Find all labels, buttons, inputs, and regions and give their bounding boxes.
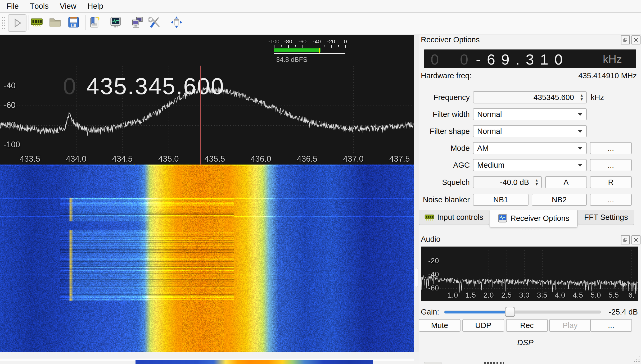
frequency-spinbox-value: 435345.600 xyxy=(473,93,577,102)
float-dock-button[interactable] xyxy=(621,35,630,44)
audio-spectrum-plot[interactable] xyxy=(421,247,638,301)
rec-button[interactable]: Rec xyxy=(506,319,548,332)
squelch-auto-button[interactable]: A xyxy=(545,176,587,188)
gain-slider-fill xyxy=(444,311,510,313)
squelch-reset-button[interactable]: R xyxy=(590,176,632,188)
close-icon xyxy=(633,37,639,43)
tab-fft-settings[interactable]: FFT Settings xyxy=(578,210,634,225)
meter-tick-label: -80 xyxy=(284,38,292,45)
udp-button[interactable]: UDP xyxy=(462,319,504,332)
spectrum-window-monitor-icon[interactable] xyxy=(109,16,122,29)
frequency-spinbox[interactable]: 435345.600 ▲▼ xyxy=(473,91,587,103)
tab-input-controls[interactable]: Input controls xyxy=(419,210,489,225)
right-dock-panel: Receiver Options 0 0 -69.310 kHz Hardwar… xyxy=(419,35,641,364)
float-dock-button[interactable] xyxy=(621,235,630,244)
chip-icon xyxy=(425,214,434,221)
chevron-down-icon xyxy=(578,130,583,133)
mute-button[interactable]: Mute xyxy=(419,319,461,332)
chevron-down-icon xyxy=(578,113,583,116)
dsp-label: DSP xyxy=(419,338,632,347)
toolbar-separator xyxy=(167,15,167,30)
chevron-down-icon xyxy=(578,147,583,150)
agc-options-button[interactable]: ... xyxy=(590,159,632,171)
squelch-label: Squelch xyxy=(419,178,470,187)
filter-shape-value: Normal xyxy=(477,127,502,136)
frequency-label: Frequency xyxy=(419,93,470,102)
meter-tick-label: 0 xyxy=(344,38,347,45)
plotter-area: 0 435.345.600 -100-80-60-40-200 -34.8 dB… xyxy=(0,35,414,352)
waterfall-display[interactable] xyxy=(0,165,414,352)
frequency-readout-dim-digit: 0 xyxy=(63,73,77,100)
start-dsp-button[interactable] xyxy=(8,14,26,32)
menu-tools[interactable]: Tools xyxy=(25,0,53,12)
menu-view[interactable]: View xyxy=(55,0,81,12)
chevron-down-icon xyxy=(578,164,583,167)
toolbar-separator xyxy=(128,15,128,30)
menu-help[interactable]: Help xyxy=(83,0,108,12)
tab-label: Input controls xyxy=(437,213,483,222)
meter-tick-label: -60 xyxy=(299,38,306,45)
spin-arrows-icon[interactable]: ▲▼ xyxy=(577,92,586,103)
display-icon xyxy=(498,214,507,223)
filter-shape-combo[interactable]: Normal xyxy=(473,125,587,137)
splitter-handle[interactable] xyxy=(415,268,418,287)
nb1-button[interactable]: NB1 xyxy=(473,194,529,206)
gain-slider[interactable] xyxy=(444,311,601,313)
float-icon xyxy=(622,237,628,243)
gain-slider-handle[interactable] xyxy=(505,307,515,317)
close-dock-button[interactable] xyxy=(631,35,640,44)
mode-combo[interactable]: AM xyxy=(473,142,587,154)
frequency-readout-value: 435.345.600 xyxy=(86,73,224,100)
lcd-unit: kHz xyxy=(603,53,622,66)
gain-row: Gain: -25.4 dB xyxy=(421,307,638,317)
toolbar-drag-handle[interactable] xyxy=(2,16,6,30)
panel-splitter[interactable] xyxy=(414,35,419,352)
lcd-value: -69.310 xyxy=(476,51,569,68)
fullscreen-move-icon[interactable] xyxy=(170,16,183,29)
noise-blanker-options-button[interactable]: ... xyxy=(590,194,632,206)
remote-computers-icon[interactable] xyxy=(131,16,143,29)
float-icon xyxy=(622,37,628,43)
save-file-floppy-icon[interactable] xyxy=(67,16,80,29)
tab-label: Receiver Options xyxy=(511,214,569,223)
dock-tab-bar: Input controls Receiver Options FFT Sett… xyxy=(419,210,641,229)
mode-value: AM xyxy=(477,144,489,153)
tuning-line[interactable] xyxy=(200,66,201,165)
squelch-value: -40.0 dB xyxy=(473,178,532,187)
meter-tick-label: -40 xyxy=(313,38,321,45)
spin-arrows-icon[interactable]: ▲▼ xyxy=(532,177,541,188)
close-icon xyxy=(633,237,639,243)
audio-options-button[interactable]: ... xyxy=(590,319,632,332)
tools-wrench-icon[interactable] xyxy=(148,16,161,29)
mode-options-button[interactable]: ... xyxy=(590,142,632,154)
device-config-chip-icon[interactable] xyxy=(30,16,43,29)
tab-label: FFT Settings xyxy=(584,213,628,222)
gain-label: Gain: xyxy=(421,308,439,316)
squelch-spinbox[interactable]: -40.0 dB ▲▼ xyxy=(473,176,542,188)
meter-level-bar xyxy=(274,48,320,52)
center-frequency-line xyxy=(207,66,207,155)
toolbar-separator xyxy=(29,15,29,30)
audio-spectrum-panel xyxy=(421,247,638,301)
lcd-dim-digit: 0 xyxy=(431,51,439,68)
dock-separator-handle[interactable] xyxy=(521,229,540,231)
meter-peak-marker xyxy=(319,48,320,53)
tab-receiver-options[interactable]: Receiver Options xyxy=(490,210,577,227)
meter-tick-label: -100 xyxy=(268,38,279,45)
agc-label: AGC xyxy=(419,161,470,170)
bookmarks-book-icon[interactable] xyxy=(88,16,101,29)
meter-scale-ticks xyxy=(274,45,345,48)
main-toolbar xyxy=(0,13,641,34)
lcd-dim-digit: 0 xyxy=(460,51,468,68)
play-button[interactable]: Play xyxy=(549,319,591,332)
close-dock-button[interactable] xyxy=(631,235,640,244)
filter-shape-label: Filter shape xyxy=(419,127,470,136)
open-file-folder-icon[interactable] xyxy=(49,16,61,29)
background-window-button-fragment xyxy=(424,362,441,364)
nb2-button[interactable]: NB2 xyxy=(532,194,587,206)
menu-file[interactable]: File xyxy=(2,0,24,12)
filter-width-combo[interactable]: Normal xyxy=(473,108,587,120)
frequency-unit-label: kHz xyxy=(591,93,604,102)
agc-combo[interactable]: Medium xyxy=(473,159,587,171)
offset-frequency-lcd[interactable]: 0 0 -69.310 kHz xyxy=(424,49,636,68)
